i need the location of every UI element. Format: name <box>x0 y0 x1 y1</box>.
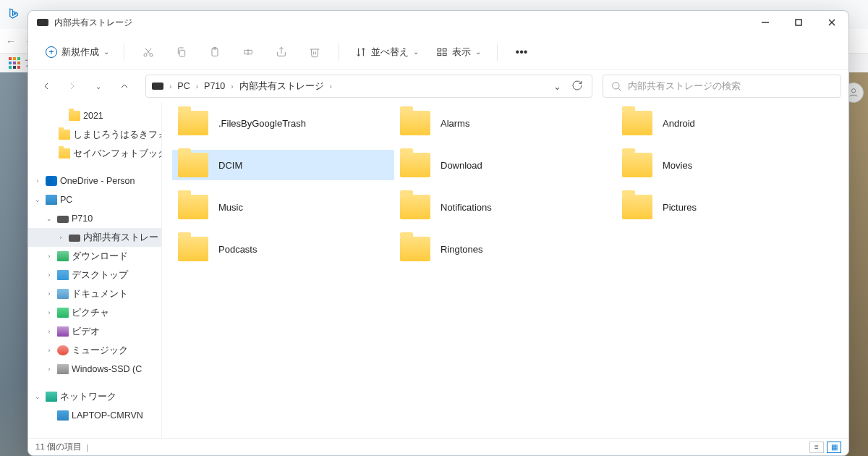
maximize-button[interactable] <box>782 11 815 34</box>
refresh-button[interactable] <box>569 80 586 93</box>
window-controls <box>749 11 848 34</box>
tree-node[interactable]: ›ビデオ <box>28 322 161 341</box>
expand-icon[interactable]: › <box>44 347 54 354</box>
folder-name: .FilesByGoogleTrash <box>218 118 306 129</box>
expand-icon[interactable]: ⌄ <box>33 393 43 400</box>
paste-button[interactable] <box>201 39 229 65</box>
folder-icon <box>69 111 80 121</box>
folder-name: Android <box>663 118 695 129</box>
tree-label: PC <box>60 195 72 205</box>
folder-icon <box>400 237 430 261</box>
copy-button[interactable] <box>168 39 195 65</box>
icons-view-button[interactable]: ▦ <box>827 442 841 453</box>
expand-icon[interactable]: › <box>44 271 54 279</box>
expand-icon[interactable]: › <box>44 290 54 297</box>
expand-icon[interactable]: › <box>44 253 54 260</box>
rename-button[interactable] <box>234 39 262 65</box>
search-placeholder: 内部共有ストレージの検索 <box>628 80 741 93</box>
tree-node[interactable]: ›デスクトップ <box>28 266 161 284</box>
folder-icon <box>59 130 70 140</box>
status-bar: 11 個の項目 | ≡ ▦ <box>28 438 848 455</box>
cut-button[interactable] <box>135 39 162 65</box>
view-button[interactable]: 表示 ⌄ <box>430 46 487 59</box>
delete-button[interactable] <box>301 39 328 65</box>
folder-icon <box>178 153 208 177</box>
share-button[interactable] <box>268 39 295 65</box>
svg-line-7 <box>146 48 151 54</box>
tree-label: 内部共有ストレー <box>83 232 158 244</box>
breadcrumb-part[interactable]: P710 <box>204 81 225 91</box>
svg-rect-15 <box>438 48 441 51</box>
svg-rect-17 <box>438 53 441 55</box>
sidebar[interactable]: 2021しまじろうはるきフォセイバンフォトブック›OneDrive - Pers… <box>28 102 162 438</box>
history-chevron-icon[interactable]: ⌄ <box>550 81 564 92</box>
tree-label: P710 <box>72 214 93 224</box>
folder-icon <box>400 195 430 219</box>
tree-node[interactable]: ›ダウンロード <box>28 247 161 266</box>
view-toggle: ≡ ▦ <box>809 442 841 453</box>
svg-line-8 <box>145 48 150 54</box>
folder-item[interactable]: Music <box>172 192 394 222</box>
expand-icon[interactable]: › <box>44 328 54 335</box>
expand-icon[interactable]: › <box>33 177 43 185</box>
expand-icon[interactable]: › <box>44 366 54 373</box>
tree-node[interactable]: ⌄P710 <box>28 209 161 228</box>
expand-icon[interactable]: › <box>44 309 54 316</box>
tree-node[interactable]: ›Windows-SSD (C <box>28 360 161 379</box>
breadcrumb-part[interactable]: PC <box>177 81 190 91</box>
tree-node[interactable]: ›OneDrive - Person <box>28 172 161 190</box>
folder-item[interactable]: DCIM <box>172 150 394 180</box>
tree-node[interactable]: ›内部共有ストレー <box>28 228 161 247</box>
folder-item[interactable]: Movies <box>616 150 838 180</box>
tree-label: ピクチャ <box>72 307 109 319</box>
folder-item[interactable]: Notifications <box>394 192 616 222</box>
close-button[interactable] <box>815 11 848 34</box>
folder-item[interactable]: Podcasts <box>172 234 394 264</box>
window-title: 内部共有ストレージ <box>54 17 132 29</box>
tree-node[interactable]: ›ミュージック <box>28 341 161 360</box>
address-bar[interactable]: › PC › P710 › 内部共有ストレージ › ⌄ <box>145 75 592 98</box>
up-button[interactable] <box>114 75 135 97</box>
pc-icon <box>46 195 57 205</box>
svg-rect-16 <box>443 48 446 51</box>
folder-name: Alarms <box>441 118 469 129</box>
folder-item[interactable]: .FilesByGoogleTrash <box>172 108 394 138</box>
minimize-button[interactable] <box>749 11 782 34</box>
tree-node[interactable]: ›ピクチャ <box>28 303 161 322</box>
new-button[interactable]: + 新規作成 ⌄ <box>41 43 114 62</box>
back-button[interactable] <box>35 75 57 97</box>
tree-node[interactable]: ⌄PC <box>28 190 161 209</box>
folder-name: Pictures <box>663 202 697 213</box>
search-box[interactable]: 内部共有ストレージの検索 <box>603 75 841 98</box>
folder-item[interactable]: Alarms <box>394 108 616 138</box>
separator <box>339 43 339 61</box>
tree-label: セイバンフォトブック <box>73 148 161 160</box>
onedrive-icon <box>46 176 57 186</box>
expand-icon[interactable]: ⌄ <box>33 196 43 203</box>
breadcrumb-part[interactable]: 内部共有ストレージ <box>239 80 324 93</box>
svg-line-20 <box>618 88 621 90</box>
tree-node[interactable]: ⌄ネットワーク <box>28 387 161 406</box>
folder-item[interactable]: Ringtones <box>394 234 616 264</box>
more-button[interactable]: ••• <box>508 39 535 65</box>
folder-item[interactable]: Pictures <box>616 192 838 222</box>
tree-node[interactable]: ›ドキュメント <box>28 284 161 303</box>
forward-button[interactable] <box>61 75 83 97</box>
sort-button[interactable]: 並べ替え ⌄ <box>349 46 425 59</box>
folder-item[interactable]: Android <box>616 108 838 138</box>
recent-button[interactable]: ⌄ <box>88 75 109 97</box>
expand-icon[interactable]: › <box>56 234 66 241</box>
details-view-button[interactable]: ≡ <box>809 442 824 453</box>
folder-content[interactable]: .FilesByGoogleTrashAlarmsAndroidDCIMDown… <box>162 102 848 438</box>
tree-node[interactable]: しまじろうはるきフォ <box>28 125 161 144</box>
tree-node[interactable]: LAPTOP-CMRVN <box>28 406 161 425</box>
tree-node[interactable]: セイバンフォトブック <box>28 144 161 163</box>
titlebar[interactable]: 内部共有ストレージ <box>28 11 848 34</box>
expand-icon[interactable]: ⌄ <box>44 215 54 222</box>
folder-item[interactable]: Download <box>394 150 616 180</box>
view-icon <box>436 46 448 58</box>
tree-node[interactable]: 2021 <box>28 106 161 125</box>
vid-icon <box>57 326 69 337</box>
pic-icon <box>57 308 69 318</box>
plus-icon: + <box>46 46 57 58</box>
